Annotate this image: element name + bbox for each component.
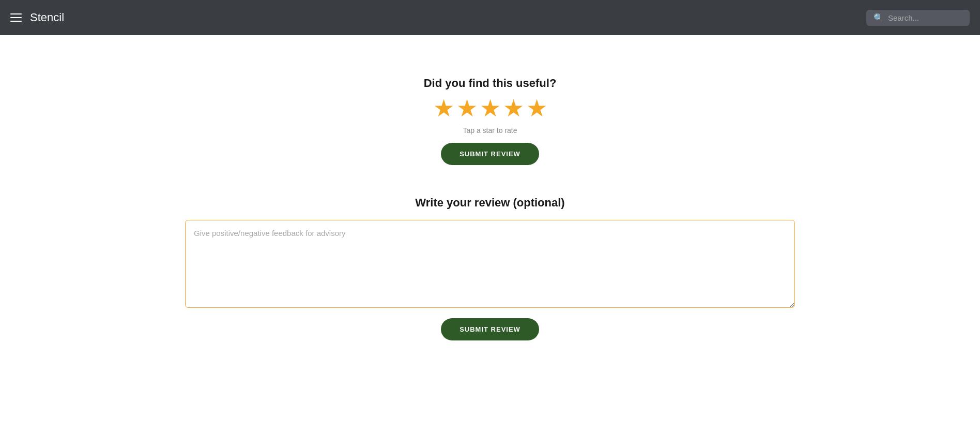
tap-hint: Tap a star to rate — [463, 126, 517, 135]
search-icon: 🔍 — [874, 13, 884, 23]
review-textarea[interactable] — [185, 220, 795, 308]
app-title: Stencil — [30, 11, 64, 24]
star-5[interactable]: ★ — [526, 96, 547, 120]
hamburger-icon[interactable] — [10, 13, 22, 22]
search-box: 🔍 — [866, 10, 970, 26]
star-4[interactable]: ★ — [503, 96, 524, 120]
star-3[interactable]: ★ — [480, 96, 501, 120]
rating-question: Did you find this useful? — [424, 77, 557, 90]
submit-review-button-top[interactable]: SUBMIT REVIEW — [441, 143, 539, 165]
star-1[interactable]: ★ — [433, 96, 454, 120]
review-heading: Write your review (optional) — [415, 196, 564, 210]
review-section: Write your review (optional) SUBMIT REVI… — [185, 196, 795, 340]
rating-section: Did you find this useful? ★ ★ ★ ★ ★ Tap … — [424, 77, 557, 165]
navbar-left: Stencil — [10, 11, 64, 24]
navbar: Stencil 🔍 — [0, 0, 980, 35]
main-content: Did you find this useful? ★ ★ ★ ★ ★ Tap … — [0, 35, 980, 431]
stars-container: ★ ★ ★ ★ ★ — [433, 96, 547, 120]
submit-review-button-bottom[interactable]: SUBMIT REVIEW — [441, 318, 539, 340]
star-2[interactable]: ★ — [456, 96, 478, 120]
search-input[interactable] — [888, 13, 962, 22]
